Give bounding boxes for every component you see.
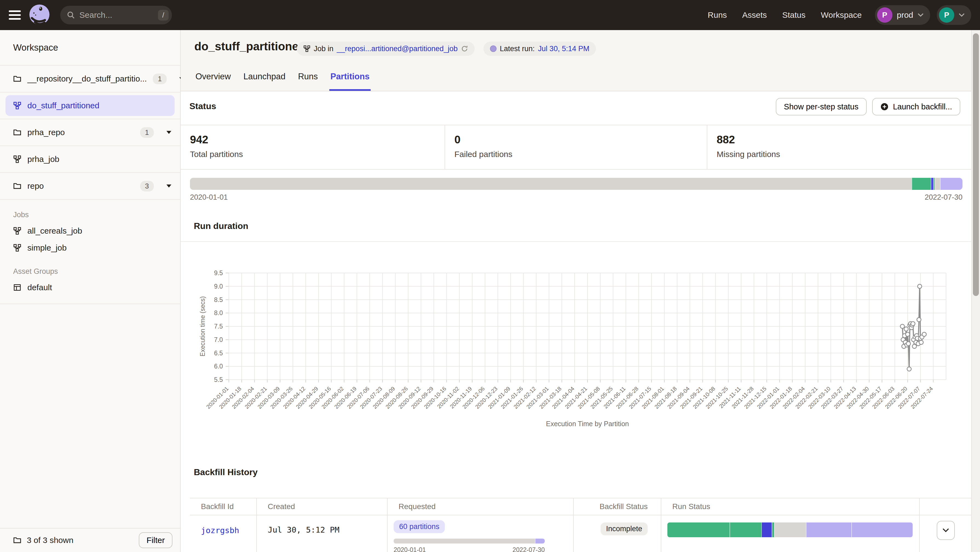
sidebar-item-prha-job[interactable]: prha_job	[0, 146, 180, 173]
filter-button[interactable]: Filter	[139, 532, 172, 548]
table-header-row: Backfill Id Created Requested Backfill S…	[190, 498, 971, 516]
workspace-repo-list: __repository__do_stuff_partitio...1do_st…	[0, 66, 180, 200]
top-nav-links: RunsAssetsStatusWorkspace	[708, 10, 862, 20]
nav-link-status[interactable]: Status	[782, 10, 805, 20]
count-badge: 1	[153, 74, 166, 84]
deployment-name: prod	[897, 10, 913, 20]
svg-text:5.5: 5.5	[214, 376, 223, 383]
backfill-history-table: Backfill Id Created Requested Backfill S…	[190, 498, 971, 552]
job-header: do_stuff_partitioned Job in __reposi...a…	[181, 30, 980, 91]
job-origin-link[interactable]: __reposi...artitioned@partitioned_job	[337, 44, 458, 53]
stat-failed-partitions: 0Failed partitions	[445, 125, 707, 169]
scrollbar-thumb[interactable]	[973, 33, 979, 296]
svg-text:Execution time (secs): Execution time (secs)	[199, 296, 206, 357]
dropdown-caret-icon[interactable]	[166, 131, 171, 134]
deployment-switcher[interactable]: P prod	[875, 5, 930, 25]
dagster-logo-icon[interactable]	[27, 3, 51, 27]
tab-partitions[interactable]: Partitions	[329, 72, 371, 91]
requested-range-start: 2020-01-01	[394, 546, 426, 552]
partition-status-bar[interactable]	[190, 178, 963, 190]
partition-stats: 942Total partitions0Failed partitions882…	[181, 125, 971, 170]
job-origin-prefix: Job in	[314, 44, 333, 53]
tab-launchpad[interactable]: Launchpad	[242, 72, 286, 91]
col-actions	[919, 498, 971, 515]
search-shortcut-key: /	[158, 10, 169, 21]
backfill-status-badge: Incomplete	[601, 522, 648, 535]
launch-backfill-button[interactable]: Launch backfill...	[872, 98, 960, 116]
asset-groups-list: default	[0, 279, 180, 296]
svg-text:9.5: 9.5	[214, 270, 223, 276]
sidebar-asset-group-default[interactable]: default	[0, 279, 180, 296]
menu-icon[interactable]	[9, 8, 21, 22]
sidebar-item-prha-repo[interactable]: prha_repo1	[0, 119, 180, 146]
svg-text:7.5: 7.5	[214, 323, 223, 330]
show-per-step-status-button[interactable]: Show per-step status	[776, 98, 867, 116]
dagster-app: Search... / RunsAssetsStatusWorkspace P …	[0, 0, 980, 552]
jobs-list: all_cereals_jobsimple_job	[0, 222, 180, 256]
plus-circle-icon	[880, 103, 889, 111]
col-backfill-status: Backfill Status	[573, 498, 661, 515]
sidebar-title: Workspace	[0, 30, 180, 66]
job-icon	[303, 45, 310, 52]
svg-text:8.0: 8.0	[214, 309, 223, 316]
col-backfill-id: Backfill Id	[190, 498, 256, 515]
svg-text:7.0: 7.0	[214, 336, 223, 343]
repo-count-label: 3 of 3 shown	[27, 536, 73, 545]
nav-link-assets[interactable]: Assets	[742, 10, 767, 20]
status-heading: Status	[189, 101, 216, 111]
partition-range-end: 2022-07-30	[925, 193, 963, 201]
latest-run-tag: Latest run: Jul 30, 5:14 PM	[484, 41, 596, 56]
job-origin-tag: Job in __reposi...artitioned@partitioned…	[297, 41, 475, 56]
count-badge: 3	[140, 181, 154, 192]
requested-range-end: 2022-07-30	[512, 546, 545, 552]
col-requested: Requested	[387, 498, 573, 515]
sidebar-job-simple_job[interactable]: simple_job	[0, 240, 180, 256]
svg-text:9.0: 9.0	[214, 283, 223, 290]
run-status-bar[interactable]	[667, 522, 913, 537]
expand-row-button[interactable]	[937, 521, 955, 540]
jobs-section-label: Jobs	[0, 206, 180, 222]
run-status-dot	[490, 45, 496, 52]
sidebar-item--repository-do-stuff-partitio-[interactable]: __repository__do_stuff_partitio...1	[0, 66, 180, 92]
col-created: Created	[256, 498, 387, 515]
folder-icon	[13, 75, 21, 83]
user-avatar: P	[939, 7, 954, 23]
nav-link-runs[interactable]: Runs	[708, 10, 727, 20]
nav-link-workspace[interactable]: Workspace	[821, 10, 862, 20]
top-nav-bar: Search... / RunsAssetsStatusWorkspace P …	[0, 0, 980, 30]
table-row: jozrgsbh Jul 30, 5:12 PM 60 partitions 2…	[190, 516, 971, 552]
folder-icon	[13, 182, 21, 190]
requested-partitions-chip[interactable]: 60 partitions	[394, 520, 445, 533]
job-icon	[13, 155, 21, 163]
sidebar-item-repo[interactable]: repo3	[0, 173, 180, 200]
job-icon	[13, 227, 21, 235]
job-tabs: OverviewLaunchpadRunsPartitions	[194, 72, 371, 91]
sidebar-item-do-stuff-partitioned[interactable]: do_stuff_partitioned	[0, 92, 180, 119]
dropdown-caret-icon[interactable]	[166, 184, 171, 188]
search-input[interactable]: Search... /	[60, 6, 172, 24]
search-icon	[67, 11, 75, 19]
asset-groups-section-label: Asset Groups	[0, 263, 180, 279]
backfill-id-link[interactable]: jozrgsbh	[201, 526, 239, 535]
asset-group-icon	[13, 283, 21, 292]
svg-text:6.5: 6.5	[214, 350, 223, 357]
requested-progress-bar	[394, 539, 545, 544]
refresh-icon[interactable]	[461, 45, 468, 52]
run-duration-heading: Run duration	[194, 221, 248, 231]
asset-groups-section: Asset Groups default	[0, 256, 180, 304]
vertical-scrollbar[interactable]	[971, 30, 980, 552]
tab-overview[interactable]: Overview	[194, 72, 232, 91]
svg-text:8.5: 8.5	[214, 296, 223, 303]
count-badge: 1	[140, 127, 154, 138]
latest-run-link[interactable]: Jul 30, 5:14 PM	[538, 44, 589, 53]
job-icon	[13, 244, 21, 252]
stat-total-partitions: 942Total partitions	[181, 125, 445, 169]
sidebar-job-all_cereals_job[interactable]: all_cereals_job	[0, 222, 180, 240]
chevron-down-icon	[959, 13, 965, 17]
partition-range-start: 2020-01-01	[190, 193, 228, 201]
tab-runs[interactable]: Runs	[297, 72, 319, 91]
page-title: do_stuff_partitioned	[194, 40, 305, 53]
svg-text:6.0: 6.0	[214, 363, 223, 370]
user-menu[interactable]: P	[937, 5, 971, 25]
main-content: do_stuff_partitioned Job in __reposi...a…	[181, 30, 980, 552]
